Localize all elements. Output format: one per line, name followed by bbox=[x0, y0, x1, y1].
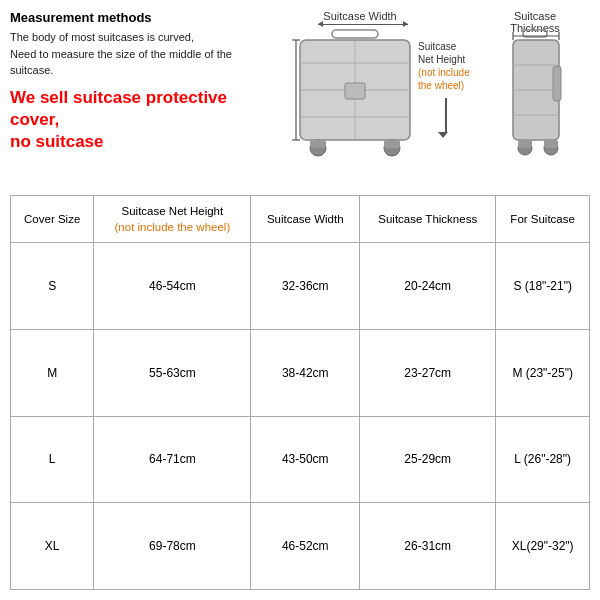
col-header-thickness: Suitcase Thickness bbox=[360, 196, 496, 243]
cell-size: S bbox=[11, 243, 94, 330]
cell-width: 46-52cm bbox=[251, 503, 360, 590]
suitcase-width-label: Suitcase Width bbox=[310, 10, 410, 22]
height-line4: the wheel) bbox=[418, 80, 464, 91]
diagram-area: Suitcase Width Suitcase Thickness Suitca… bbox=[270, 10, 590, 180]
col-header-cover-size: Cover Size bbox=[11, 196, 94, 243]
cell-width: 38-42cm bbox=[251, 329, 360, 416]
cell-thickness: 23-27cm bbox=[360, 329, 496, 416]
net-height-h1: Suitcase Net Height bbox=[122, 205, 224, 217]
desc-line2: Need to measure the size of the middle o… bbox=[10, 48, 232, 77]
cell-thickness: 20-24cm bbox=[360, 243, 496, 330]
cell-height: 69-78cm bbox=[94, 503, 251, 590]
cell-width: 32-36cm bbox=[251, 243, 360, 330]
net-height-h2: (not include the wheel) bbox=[115, 221, 231, 233]
arrow-left bbox=[318, 21, 323, 27]
table-row: M55-63cm38-42cm23-27cmM (23"-25") bbox=[11, 329, 590, 416]
cell-thickness: 25-29cm bbox=[360, 416, 496, 503]
col-header-for-suitcase: For Suitcase bbox=[496, 196, 590, 243]
cell-thickness: 26-31cm bbox=[360, 503, 496, 590]
cell-height: 46-54cm bbox=[94, 243, 251, 330]
cell-size: L bbox=[11, 416, 94, 503]
arrow-down bbox=[438, 132, 448, 138]
svg-rect-16 bbox=[553, 66, 561, 101]
width-arrow bbox=[318, 24, 408, 25]
main-suitcase-diagram bbox=[290, 28, 420, 176]
measurement-title: Measurement methods bbox=[10, 10, 260, 25]
sell-line1: We sell suitcase protective cover, bbox=[10, 88, 227, 129]
cell-for: XL(29"-32") bbox=[496, 503, 590, 590]
height-line1: Suitcase bbox=[418, 41, 456, 52]
height-line3: (not include bbox=[418, 67, 470, 78]
arrow-right bbox=[403, 21, 408, 27]
svg-rect-10 bbox=[384, 140, 400, 148]
sell-text: We sell suitcase protective cover, no su… bbox=[10, 87, 260, 153]
cell-for: L (26"-28") bbox=[496, 416, 590, 503]
svg-rect-9 bbox=[310, 140, 326, 148]
side-suitcase-diagram bbox=[505, 28, 575, 176]
left-text-area: Measurement methods The body of most sui… bbox=[10, 10, 270, 180]
measurement-desc: The body of most suitcases is curved, Ne… bbox=[10, 29, 260, 79]
table-row: XL69-78cm46-52cm26-31cmXL(29"-32") bbox=[11, 503, 590, 590]
table-row: L64-71cm43-50cm25-29cmL (26"-28") bbox=[11, 416, 590, 503]
cell-for: S (18"-21") bbox=[496, 243, 590, 330]
top-section: Measurement methods The body of most sui… bbox=[10, 10, 590, 180]
cell-height: 64-71cm bbox=[94, 416, 251, 503]
col-header-width: Suitcase Width bbox=[251, 196, 360, 243]
svg-rect-22 bbox=[518, 140, 532, 148]
table-row: S46-54cm32-36cm20-24cmS (18"-21") bbox=[11, 243, 590, 330]
cell-size: XL bbox=[11, 503, 94, 590]
cell-size: M bbox=[11, 329, 94, 416]
sell-line2: no suitcase bbox=[10, 132, 104, 151]
desc-line1: The body of most suitcases is curved, bbox=[10, 31, 194, 43]
svg-rect-23 bbox=[544, 140, 558, 148]
height-line2: Net Height bbox=[418, 54, 465, 65]
height-arrow-line bbox=[445, 98, 447, 133]
cell-width: 43-50cm bbox=[251, 416, 360, 503]
col-header-net-height: Suitcase Net Height (not include the whe… bbox=[94, 196, 251, 243]
diagram-inner: Suitcase Width Suitcase Thickness Suitca… bbox=[280, 10, 580, 180]
svg-rect-6 bbox=[345, 83, 365, 99]
net-height-label: Suitcase Net Height (not include the whe… bbox=[418, 40, 483, 92]
svg-rect-0 bbox=[332, 30, 378, 38]
cell-height: 55-63cm bbox=[94, 329, 251, 416]
page-container: Measurement methods The body of most sui… bbox=[0, 0, 600, 600]
size-table: Cover Size Suitcase Net Height (not incl… bbox=[10, 195, 590, 590]
cell-for: M (23"-25") bbox=[496, 329, 590, 416]
